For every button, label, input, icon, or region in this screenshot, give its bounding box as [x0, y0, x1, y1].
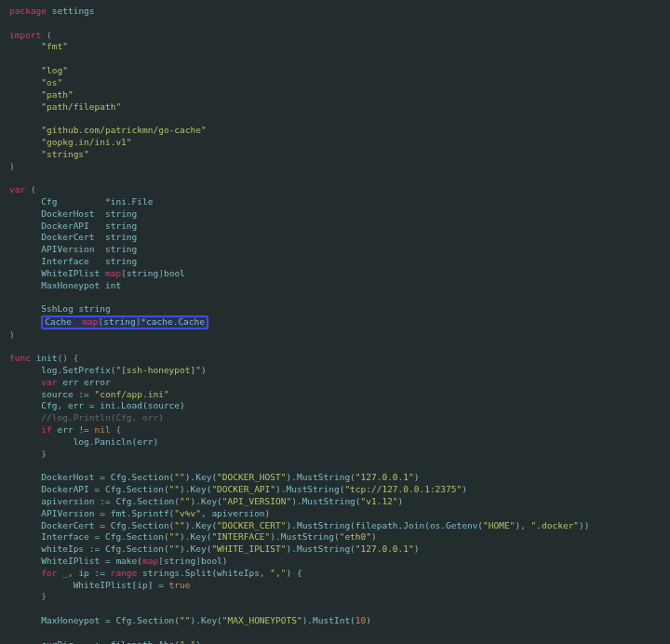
- var-name: WhiteIPlist: [41, 268, 100, 278]
- import-path: "os": [41, 77, 62, 87]
- var-name: DockerAPI: [41, 221, 88, 231]
- var-type: string: [105, 256, 137, 266]
- highlighted-decl: Cache map[string]*cache.Cache: [41, 315, 208, 329]
- keyword-func: func: [9, 353, 31, 363]
- var-name: APIVersion: [41, 244, 94, 254]
- code-line: log.SetPrefix(: [41, 365, 115, 375]
- var-name: MaxHoneypot: [41, 280, 100, 290]
- import-path: "github.com/patrickmn/go-cache": [41, 125, 206, 135]
- var-name: SshLog: [41, 303, 73, 314]
- func-name: init: [36, 353, 58, 363]
- var-type: string: [105, 244, 137, 254]
- comment: //log.Println(Cfg, err): [41, 412, 164, 423]
- import-path: "gopkg.in/ini.v1": [41, 137, 131, 147]
- var-name: DockerHost: [41, 208, 94, 219]
- var-name: Interface: [41, 256, 88, 266]
- code-block: package settings import ( "fmt" "log" "o…: [0, 0, 670, 644]
- var-type: string: [105, 208, 137, 219]
- var-type: string: [105, 232, 137, 242]
- var-type: *ini.File: [105, 196, 153, 207]
- var-type: string: [105, 221, 137, 231]
- keyword-var: var: [9, 184, 25, 195]
- code-line: Cfg, err = ini.Load(source): [41, 400, 184, 410]
- var-type: int: [105, 280, 121, 290]
- import-path: "path": [41, 89, 73, 100]
- code-line: log.Panicln(err): [74, 436, 159, 447]
- package-name: settings: [52, 6, 95, 16]
- var-type: string: [78, 303, 110, 314]
- import-path: "fmt": [41, 41, 68, 51]
- import-path: "strings": [41, 149, 88, 159]
- import-path: "log": [41, 65, 68, 75]
- import-path: "path/filepath": [41, 101, 121, 112]
- var-name: Cfg: [41, 196, 57, 207]
- keyword-package: package: [9, 6, 47, 16]
- keyword-import: import: [9, 30, 41, 40]
- var-name: DockerCert: [41, 232, 94, 242]
